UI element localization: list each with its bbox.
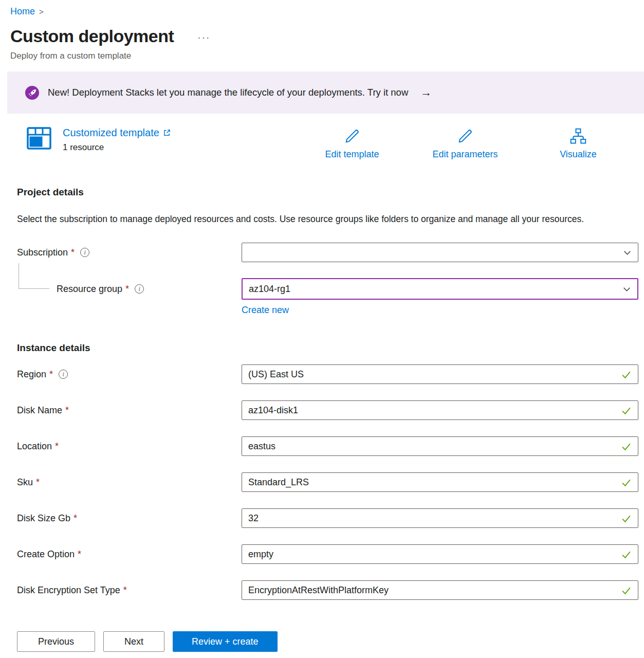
arrow-right-icon: → bbox=[420, 86, 432, 99]
subscription-label-cell: Subscription * bbox=[17, 247, 242, 258]
chevron-down-icon[interactable] bbox=[622, 285, 631, 294]
review-create-button[interactable]: Review + create bbox=[173, 631, 278, 652]
info-icon[interactable] bbox=[59, 370, 68, 379]
deployment-stacks-banner[interactable]: New! Deployment Stacks let you manage th… bbox=[7, 71, 644, 114]
field-label: Region bbox=[17, 369, 46, 380]
rocket-icon bbox=[25, 85, 40, 100]
field-label: Sku bbox=[17, 477, 33, 488]
subscription-dropdown[interactable] bbox=[242, 243, 638, 262]
pencil-icon bbox=[456, 127, 474, 145]
page-subtitle: Deploy from a custom template bbox=[0, 51, 644, 61]
project-details-description: Select the subscription to manage deploy… bbox=[17, 211, 608, 227]
field-label-cell: Disk Name * bbox=[17, 405, 242, 416]
valid-check-icon bbox=[621, 585, 632, 596]
create-new-link[interactable]: Create new bbox=[242, 305, 289, 316]
valid-check-icon bbox=[621, 405, 632, 416]
tree-connector-line bbox=[19, 263, 49, 289]
required-marker: * bbox=[55, 441, 59, 452]
form-field-row: Create Option * empty bbox=[17, 544, 638, 564]
field-input[interactable]: empty bbox=[242, 544, 638, 564]
field-label-cell: Disk Size Gb * bbox=[17, 513, 242, 524]
field-input[interactable]: Standard_LRS bbox=[242, 472, 638, 492]
breadcrumb: Home > bbox=[0, 0, 644, 17]
more-options-button[interactable]: ··· bbox=[197, 30, 210, 42]
valid-check-icon bbox=[621, 441, 632, 452]
field-label-cell: Disk Encryption Set Type * bbox=[17, 585, 242, 596]
field-input[interactable]: az104-disk1 bbox=[242, 400, 638, 420]
required-marker: * bbox=[65, 405, 69, 416]
subscription-label: Subscription bbox=[17, 247, 68, 258]
info-icon[interactable] bbox=[80, 248, 89, 257]
required-marker: * bbox=[73, 513, 77, 524]
valid-check-icon bbox=[621, 477, 632, 488]
footer-action-bar: Previous Next Review + create bbox=[0, 625, 644, 658]
valid-check-icon bbox=[621, 369, 632, 380]
required-marker: * bbox=[36, 477, 40, 488]
form-field-row: Sku * Standard_LRS bbox=[17, 472, 638, 492]
chevron-down-icon[interactable] bbox=[623, 248, 632, 257]
edit-parameters-label: Edit parameters bbox=[432, 149, 498, 160]
form-field-row: Location * eastus bbox=[17, 436, 638, 456]
field-value: Standard_LRS bbox=[248, 477, 309, 488]
field-input[interactable]: eastus bbox=[242, 436, 638, 456]
resource-count: 1 resource bbox=[63, 142, 171, 153]
template-icon bbox=[27, 127, 51, 150]
field-label: Location bbox=[17, 441, 52, 452]
org-chart-icon bbox=[569, 127, 587, 145]
resource-group-row: Resource group * az104-rg1 bbox=[17, 278, 638, 300]
field-label-cell: Create Option * bbox=[17, 549, 242, 560]
visualize-button[interactable]: Visualize bbox=[538, 127, 619, 160]
resource-group-value: az104-rg1 bbox=[249, 284, 290, 295]
field-value: eastus bbox=[248, 441, 275, 452]
project-details-heading: Project details bbox=[17, 187, 644, 198]
field-label-cell: Location * bbox=[17, 441, 242, 452]
field-value: (US) East US bbox=[248, 369, 304, 380]
edit-template-label: Edit template bbox=[325, 149, 379, 160]
field-label: Disk Size Gb bbox=[17, 513, 70, 524]
form-field-row: Disk Name * az104-disk1 bbox=[17, 400, 638, 420]
field-label: Create Option bbox=[17, 549, 75, 560]
field-label: Disk Encryption Set Type bbox=[17, 585, 120, 596]
edit-template-button[interactable]: Edit template bbox=[311, 127, 393, 160]
subscription-row: Subscription * bbox=[17, 243, 638, 262]
required-marker: * bbox=[125, 284, 129, 295]
required-marker: * bbox=[49, 369, 53, 380]
resource-group-label-cell: Resource group * bbox=[17, 284, 242, 295]
resource-group-dropdown[interactable]: az104-rg1 bbox=[242, 278, 638, 300]
valid-check-icon bbox=[621, 513, 632, 524]
customized-template-link[interactable]: Customized template bbox=[63, 127, 171, 139]
next-button[interactable]: Next bbox=[103, 631, 164, 652]
breadcrumb-chevron-icon: > bbox=[39, 7, 44, 16]
form-field-row: Disk Encryption Set Type * EncryptionAtR… bbox=[17, 580, 638, 600]
instance-fields: Region * (US) East US Disk Name * az104-… bbox=[0, 364, 644, 600]
breadcrumb-home-link[interactable]: Home bbox=[10, 6, 35, 17]
field-label: Disk Name bbox=[17, 405, 62, 416]
field-input[interactable]: (US) East US bbox=[242, 364, 638, 384]
banner-message: New! Deployment Stacks let you manage th… bbox=[48, 87, 408, 98]
page-title: Custom deployment bbox=[10, 26, 174, 46]
field-input[interactable]: EncryptionAtRestWithPlatformKey bbox=[242, 580, 638, 600]
edit-parameters-button[interactable]: Edit parameters bbox=[425, 127, 506, 160]
instance-details-heading: Instance details bbox=[17, 342, 644, 354]
field-value: empty bbox=[248, 549, 273, 560]
required-marker: * bbox=[123, 585, 127, 596]
field-value: az104-disk1 bbox=[248, 405, 298, 416]
valid-check-icon bbox=[621, 549, 632, 560]
pencil-icon bbox=[343, 127, 361, 145]
form-field-row: Region * (US) East US bbox=[17, 364, 638, 384]
visualize-label: Visualize bbox=[560, 149, 597, 160]
field-label-cell: Sku * bbox=[17, 477, 242, 488]
info-icon[interactable] bbox=[135, 284, 144, 294]
customized-template-label: Customized template bbox=[63, 127, 159, 139]
required-marker: * bbox=[78, 549, 81, 560]
field-value: EncryptionAtRestWithPlatformKey bbox=[248, 585, 389, 596]
previous-button[interactable]: Previous bbox=[17, 631, 95, 652]
external-link-icon bbox=[163, 129, 171, 137]
resource-group-label: Resource group bbox=[57, 284, 122, 295]
field-value: 32 bbox=[248, 513, 259, 524]
required-marker: * bbox=[71, 247, 75, 258]
field-input[interactable]: 32 bbox=[242, 508, 638, 528]
field-label-cell: Region * bbox=[17, 369, 242, 380]
form-field-row: Disk Size Gb * 32 bbox=[17, 508, 638, 528]
